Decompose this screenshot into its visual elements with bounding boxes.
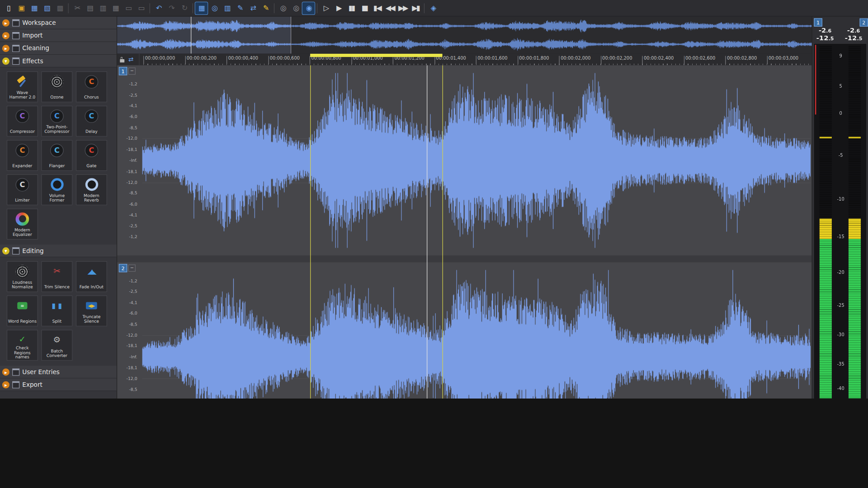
play-icon[interactable]: ▶ xyxy=(332,2,344,14)
tile-ozone[interactable]: Ozone xyxy=(41,71,72,103)
db-scale-label: -8,5 xyxy=(117,387,137,392)
snap-icon[interactable]: ⇄ xyxy=(128,56,133,62)
tile-check-regions-names[interactable]: ✓Check Regions names xyxy=(7,330,38,361)
selection-band[interactable] xyxy=(310,54,442,57)
tile-wave-hammer-2-0[interactable]: Wave Hammer 2.0 xyxy=(7,71,38,103)
time-ruler[interactable]: 00:00:00,00000:00:00,20000:00:00,40000:0… xyxy=(140,54,812,66)
overview-visible-region[interactable] xyxy=(117,17,291,54)
tile-batch-converter[interactable]: ⚙Batch Converter xyxy=(41,330,72,361)
tile-fade-in-out[interactable]: ◢◣Fade In/Out xyxy=(76,261,107,292)
section-header-import[interactable]: ▶Import xyxy=(0,29,117,42)
envelope-tool-icon[interactable]: ⇄ xyxy=(246,2,259,14)
save-as-icon[interactable]: ▧ xyxy=(41,2,53,14)
forward-icon[interactable]: ▶▶ xyxy=(396,2,409,14)
record-arm-icon[interactable]: ◉ xyxy=(302,2,315,14)
chevron-right-icon[interactable]: ▶ xyxy=(2,32,9,39)
tile-split[interactable]: ▮ ▮Split xyxy=(41,296,72,327)
hold-readout-right[interactable]: -12.5 xyxy=(841,34,867,42)
tile-trim-silence[interactable]: ✂Trim Silence xyxy=(41,261,72,292)
chevron-right-icon[interactable]: ▶ xyxy=(2,45,9,52)
channel-1-waveform[interactable] xyxy=(142,65,811,255)
channel-divider[interactable] xyxy=(117,256,811,263)
what-you-hear-icon[interactable]: ◈ xyxy=(427,2,439,14)
channel-2-waveform[interactable] xyxy=(142,262,811,399)
overview-cursor xyxy=(191,17,191,54)
section-header-effects[interactable]: ▼Effects xyxy=(0,55,117,67)
channel-number-badge[interactable]: 1 xyxy=(119,67,127,75)
save-all-icon: ▩ xyxy=(53,2,66,14)
rewind-icon[interactable]: ◀◀ xyxy=(384,2,396,14)
section-header-editing[interactable]: ▼Editing xyxy=(0,244,117,257)
section-header-workspace[interactable]: ▶Workspace xyxy=(0,17,117,29)
channel-minimize-button[interactable]: − xyxy=(128,67,136,75)
tile-label: Flanger xyxy=(42,164,72,170)
event-tool-icon[interactable]: ▥ xyxy=(221,2,233,14)
hold-readout-left[interactable]: -12.5 xyxy=(812,34,838,42)
db-scale-label: -1,2 xyxy=(117,279,137,284)
pencil-tool-icon[interactable]: ✎ xyxy=(234,2,246,14)
tile-flanger[interactable]: CFlanger xyxy=(41,140,72,171)
tile-chorus[interactable]: CChorus xyxy=(76,71,107,103)
tile-volume-former[interactable]: Volume Former xyxy=(41,174,72,206)
section-header-cleaning[interactable]: ▶Cleaning xyxy=(0,42,117,55)
batch-converter-icon: ⚙ xyxy=(53,333,61,347)
meter-box[interactable]: 950-5-10-15-20-25-30-35-40-45-50-70 xyxy=(813,43,867,399)
go-to-start-icon[interactable]: ▮◀ xyxy=(371,2,383,14)
pause-icon[interactable]: ▮▮ xyxy=(345,2,358,14)
db-scale-label: -Inf. xyxy=(117,354,137,359)
db-scale-label: -Inf. xyxy=(117,158,137,163)
chevron-right-icon[interactable]: ▶ xyxy=(2,19,9,26)
selection-end-line[interactable] xyxy=(443,65,443,399)
magnify-tool-icon[interactable]: ◎ xyxy=(208,2,220,14)
tile-word-regions[interactable]: ≡Word Regions xyxy=(7,296,38,327)
tile-modern-reverb[interactable]: Modern Reverb xyxy=(76,174,107,206)
record-remote-icon[interactable]: ◎ xyxy=(289,2,302,14)
peak-readout-right[interactable]: -2.6 xyxy=(841,27,867,34)
channel-1[interactable]: -1,2-2,5-4,1-6,0-8,5-12,0-18,1-Inf.-18,1… xyxy=(117,65,811,255)
tile-label: Batch Converter xyxy=(42,349,72,360)
meter-tab-1[interactable]: 1 xyxy=(814,18,822,26)
tile-gate[interactable]: CGate xyxy=(76,140,107,171)
tile-loudness-normalize[interactable]: Loudness Normalize xyxy=(7,261,38,292)
db-scale-label: -18,1 xyxy=(117,343,137,348)
section-header-export[interactable]: ▶Export xyxy=(0,379,117,391)
go-to-end-icon[interactable]: ▶▮ xyxy=(410,2,422,14)
meter-bar-left[interactable] xyxy=(820,46,832,399)
edit-tool-icon[interactable]: ▦ xyxy=(195,2,208,14)
tile-delay[interactable]: CDelay xyxy=(76,106,107,137)
chevron-right-icon[interactable]: ▶ xyxy=(2,368,9,375)
smart-tool-icon[interactable]: ✎ xyxy=(259,2,272,14)
new-file-icon[interactable]: ▯ xyxy=(2,2,14,14)
undo-icon[interactable]: ↶ xyxy=(152,2,165,14)
channel-number-badge[interactable]: 2 xyxy=(119,264,127,272)
lock-icon[interactable] xyxy=(120,59,124,62)
chevron-down-icon[interactable]: ▼ xyxy=(2,57,9,65)
meter-tab-2[interactable]: 2 xyxy=(860,18,868,26)
channel-2[interactable]: -1,2-2,5-4,1-6,0-8,5-12,0-18,1-Inf.-18,1… xyxy=(117,262,811,399)
tile-truncate-silence[interactable]: ◀▶Truncate Silence xyxy=(76,296,107,327)
tile-modern-equalizer[interactable]: Modern Equalizer xyxy=(7,209,38,240)
peak-readout-left[interactable]: -2.6 xyxy=(812,27,838,34)
meter-bar-right[interactable] xyxy=(849,46,861,399)
tile-limiter[interactable]: CLimiter xyxy=(7,174,38,206)
ruler-tick-label: 00:00:01,200 xyxy=(393,56,425,64)
tile-two-point-compressor[interactable]: CTwo-Point-Compressor xyxy=(41,106,72,137)
overview-waveform[interactable] xyxy=(117,17,811,54)
channel-minimize-button[interactable]: − xyxy=(128,264,136,272)
tile-expander[interactable]: CExpander xyxy=(7,140,38,171)
record-prepare-icon[interactable]: ◎ xyxy=(277,2,289,14)
chevron-down-icon[interactable]: ▼ xyxy=(2,247,9,254)
tile-label: Loudness Normalize xyxy=(7,281,38,292)
open-file-icon[interactable]: ▣ xyxy=(15,2,27,14)
selection-start-line[interactable] xyxy=(310,65,311,399)
play-all-icon[interactable]: ▷ xyxy=(320,2,332,14)
instant-action-panel: ▶Workspace▶Import▶Cleaning▼EffectsWave H… xyxy=(0,17,117,399)
cut-icon: ✂ xyxy=(71,2,83,14)
stop-icon[interactable]: ■ xyxy=(358,2,370,14)
section-header-user-entries[interactable]: ▶User Entries xyxy=(0,366,117,378)
save-file-icon[interactable]: ▦ xyxy=(28,2,40,14)
tile-label: Ozone xyxy=(42,95,72,102)
word-regions-icon: ≡ xyxy=(17,298,27,313)
chevron-right-icon[interactable]: ▶ xyxy=(2,381,9,388)
tile-compressor[interactable]: CCompressor xyxy=(7,106,38,137)
